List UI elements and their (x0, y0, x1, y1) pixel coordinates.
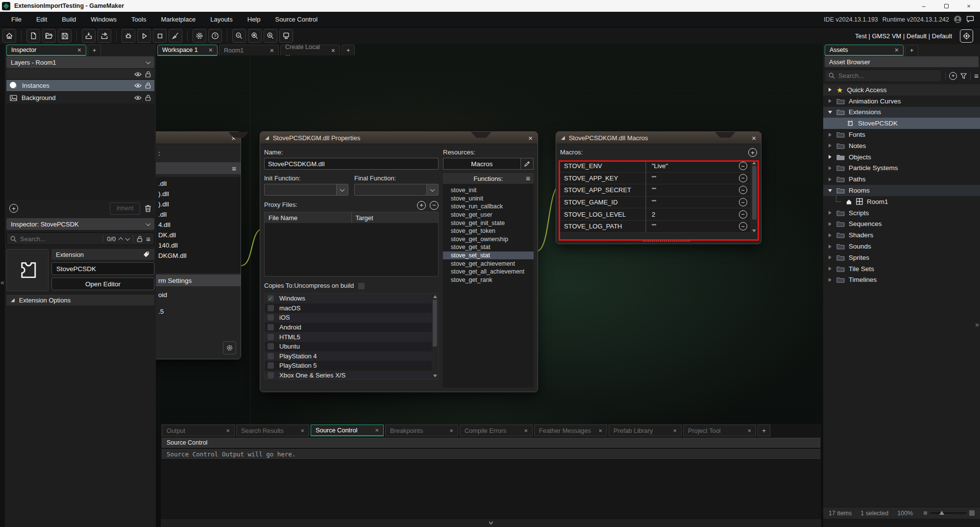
tree-arrow-icon[interactable] (829, 144, 832, 148)
menu-item[interactable]: Edit (29, 12, 54, 27)
tree-arrow-icon[interactable] (829, 177, 832, 181)
functions-header[interactable]: Functions: ≡ (443, 173, 534, 184)
import-package-button[interactable] (82, 29, 96, 43)
game-options-button[interactable] (193, 29, 206, 43)
tree-item-notes[interactable]: Notes (823, 140, 980, 151)
maximize-button[interactable] (935, 0, 957, 12)
macro-row[interactable]: STOVE_APP_SECRET "" − (560, 184, 750, 197)
open-editor-button[interactable]: Open Editor (51, 277, 154, 290)
export-package-button[interactable] (98, 29, 111, 43)
tag-icon[interactable] (143, 251, 150, 258)
close-icon[interactable]: × (895, 47, 899, 53)
tab-workspace-1[interactable]: Workspace 1 × (157, 45, 218, 55)
tree-item-objects[interactable]: Objects (823, 151, 980, 163)
tree-arrow-icon[interactable] (829, 166, 832, 170)
collapse-panel-left-icon[interactable]: « (0, 278, 4, 286)
help-button[interactable]: ? (208, 29, 222, 43)
dock-tab[interactable]: Prefab Library × (609, 425, 682, 436)
file-list-item[interactable]: 140.dll (156, 240, 241, 251)
close-icon[interactable]: × (77, 47, 81, 53)
settings-gear-button[interactable] (223, 341, 236, 354)
menu-item[interactable]: File (4, 12, 29, 27)
chat-icon[interactable] (966, 16, 974, 23)
function-item[interactable]: stove_get_rank (443, 276, 534, 284)
macro-key[interactable]: STOVE_ENV (560, 160, 646, 172)
dock-tab[interactable]: Compile Errors × (460, 425, 533, 436)
close-icon[interactable]: × (209, 47, 213, 53)
macro-key[interactable]: STOVE_APP_KEY (560, 173, 646, 184)
home-button[interactable] (2, 29, 16, 43)
macro-value[interactable]: 2 (646, 208, 735, 220)
menu-item[interactable]: Marketplace (153, 12, 203, 27)
tree-arrow-icon[interactable] (829, 222, 832, 226)
close-icon[interactable]: × (226, 427, 230, 434)
extension-name-input[interactable] (51, 262, 154, 275)
dock-tab[interactable]: Breakpoints × (385, 425, 458, 436)
tree-item-fonts[interactable]: Fonts (823, 129, 980, 140)
checkbox[interactable] (268, 334, 274, 340)
platform-row[interactable]: Windows (265, 294, 432, 303)
close-icon[interactable]: × (524, 427, 528, 434)
new-tab-button[interactable]: + (905, 45, 918, 55)
close-icon[interactable]: × (270, 47, 274, 54)
menu-icon[interactable]: ≡ (232, 165, 236, 172)
checkbox[interactable] (268, 353, 274, 359)
new-tab-button[interactable]: + (88, 45, 101, 55)
macro-value[interactable]: "" (646, 197, 735, 208)
edit-pencil-button[interactable] (521, 158, 534, 170)
filter-icon[interactable] (960, 73, 967, 79)
function-item[interactable]: stove_get_stat (443, 243, 534, 251)
account-avatar-icon[interactable] (954, 15, 962, 24)
function-item[interactable]: stove_get_ownership (443, 235, 534, 244)
macro-value[interactable]: "Live" (646, 160, 735, 172)
tree-arrow-icon[interactable] (829, 88, 832, 92)
function-item[interactable]: stove_get_user (443, 211, 534, 219)
proxy-col-target[interactable]: Target (352, 212, 439, 223)
layer-row-background[interactable]: Background (6, 92, 154, 103)
dock-collapse-button[interactable] (161, 519, 821, 527)
zoom-out-button[interactable] (232, 29, 246, 43)
platform-row[interactable]: PlayStation 4 (265, 351, 432, 361)
menu-item[interactable]: Windows (83, 12, 124, 27)
new-tab-button[interactable]: + (342, 45, 355, 55)
remove-macro-button[interactable]: − (735, 173, 750, 184)
new-tab-button[interactable]: + (758, 425, 770, 436)
tree-arrow-icon[interactable] (829, 133, 832, 137)
close-icon[interactable]: × (598, 427, 602, 434)
platform-scrollbar[interactable] (432, 294, 438, 379)
layers-dropdown[interactable]: Layers - Room1 (6, 56, 154, 68)
tree-item-stovepcsdk[interactable]: StovePCSDK (823, 118, 980, 129)
file-list-item[interactable]: .dll (156, 209, 241, 220)
trash-icon[interactable] (145, 205, 151, 212)
thumbnail-zoom-slider[interactable] (924, 510, 975, 516)
tab-create-local[interactable]: Create Local ... × (280, 45, 340, 55)
scroll-down-icon[interactable] (433, 375, 437, 377)
macro-key[interactable]: STOVE_LOG_PATH (560, 221, 646, 232)
dock-tab[interactable]: Source Control × (311, 425, 384, 436)
dock-tab[interactable]: Project Tool × (683, 425, 756, 436)
tree-arrow-icon[interactable] (829, 211, 832, 215)
platform-row[interactable]: HTML5 (265, 332, 432, 342)
close-icon[interactable]: × (375, 427, 379, 434)
lock-icon[interactable] (145, 95, 151, 101)
build-target-config[interactable]: Test | GMS2 VM | Default | Default (855, 32, 952, 40)
tree-arrow-icon[interactable] (829, 255, 832, 259)
platform-row[interactable]: iOS (265, 313, 432, 323)
window-collapse-icon[interactable]: ◢ (265, 135, 269, 140)
function-item[interactable]: stove_uninit (443, 195, 534, 203)
chevron-down-icon[interactable] (336, 184, 348, 195)
files-window-titlebar[interactable]: × (156, 132, 241, 144)
extension-options-header[interactable]: ◢ Extension Options (6, 295, 154, 305)
tree-arrow-icon[interactable] (829, 155, 832, 159)
target-manager-button[interactable] (279, 29, 293, 43)
platform-row[interactable]: Xbox One & Series X/S (265, 371, 432, 379)
close-button[interactable]: × (957, 0, 980, 12)
add-macro-button[interactable]: + (748, 148, 757, 157)
minimize-button[interactable]: – (912, 0, 935, 12)
asset-search-input[interactable] (838, 72, 938, 79)
window-collapse-icon[interactable]: ◢ (561, 135, 565, 140)
menu-icon[interactable]: ≡ (146, 235, 150, 243)
dock-tab[interactable]: Feather Messages × (534, 425, 607, 436)
zoom-reset-button[interactable] (248, 29, 262, 43)
tree-item-sprites[interactable]: Sprites (823, 252, 980, 263)
